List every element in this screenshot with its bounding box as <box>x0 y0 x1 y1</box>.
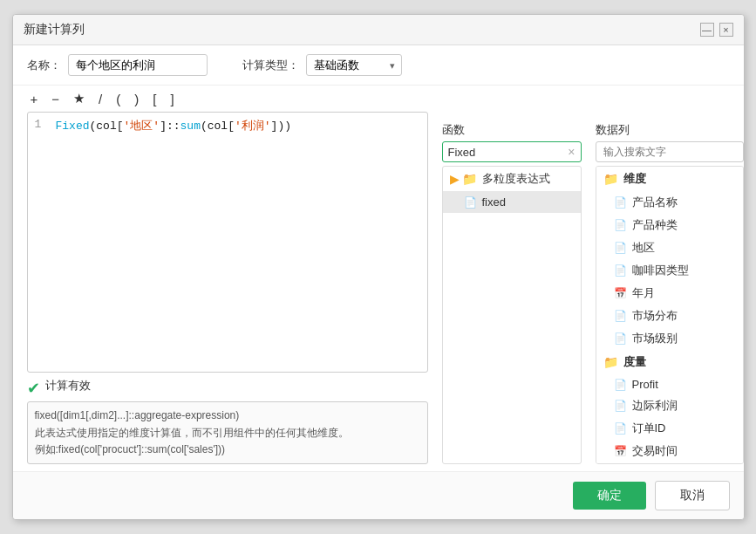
func-search-box[interactable]: Fixed × <box>442 141 582 162</box>
close-button[interactable]: × <box>719 23 733 37</box>
dimension-folder-icon: 📁 <box>603 172 618 186</box>
measure-label: 度量 <box>623 354 646 370</box>
data-item-label-5: 市场分布 <box>632 308 678 324</box>
formula-line-1: 1 Fixed(col['地区']::sum(col['利润'])) <box>35 118 420 134</box>
multiply-button[interactable]: ★ <box>70 91 88 106</box>
data-item-边际利润[interactable]: 📄 边际利润 <box>596 394 743 417</box>
func-folder-label: 多粒度表达式 <box>482 171 550 187</box>
minus-button[interactable]: − <box>48 92 63 106</box>
data-item-label-1: 产品种类 <box>632 217 678 233</box>
data-item-产品种类[interactable]: 📄 产品种类 <box>596 214 743 236</box>
data-item-市场级别[interactable]: 📄 市场级别 <box>596 327 743 350</box>
formula-code: Fixed(col['地区']::sum(col['利润'])) <box>56 118 291 134</box>
title-controls: — × <box>700 23 733 37</box>
data-item-咖啡因类型[interactable]: 📄 咖啡因类型 <box>596 259 743 282</box>
data-item-年月[interactable]: 📅 年月 <box>596 282 743 305</box>
data-item-交易时间[interactable]: 📅 交易时间 <box>596 440 743 462</box>
func-folder-多粒度表达式[interactable]: ▶ 📁 多粒度表达式 <box>443 167 581 191</box>
data-item-地区[interactable]: 📄 地区 <box>596 236 743 259</box>
hint-line-2: 此表达式使用指定的维度计算值，而不引用组件中的任何其他维度。 <box>35 425 420 442</box>
data-search-input[interactable] <box>596 141 744 162</box>
new-calc-column-dialog: 新建计算列 — × 名称： 计算类型： 基础函数 + − ★ / ( ) [ <box>12 14 745 520</box>
dialog-title: 新建计算列 <box>24 22 85 38</box>
func-item-fixed[interactable]: 📄 fixed <box>443 191 581 213</box>
data-item-label-0: 产品名称 <box>632 195 678 210</box>
paren-open-button[interactable]: ( <box>112 92 124 106</box>
hint-line-3: 例如:fixed(col['procuct']::sum(col['sales'… <box>35 442 420 458</box>
dim-icon-5: 📄 <box>614 310 627 322</box>
main-area: + − ★ / ( ) [ ] 1 Fixed(col['地区']::sum(c… <box>13 86 744 471</box>
formula-panel: + − ★ / ( ) [ ] 1 Fixed(col['地区']::sum(c… <box>27 86 428 464</box>
dimension-section-header: 📁 维度 <box>596 167 743 191</box>
data-item-profit[interactable]: 📄 Profit <box>596 374 743 394</box>
divide-button[interactable]: / <box>95 92 106 106</box>
func-search-text: Fixed <box>448 146 569 159</box>
calc-type-select[interactable]: 基础函数 <box>306 54 402 76</box>
hint-box: fixed([dim1[,dim2]...]::aggregate-expres… <box>27 401 428 464</box>
name-label: 名称： <box>27 58 61 73</box>
calc-type-label: 计算类型： <box>242 58 299 73</box>
folder-icon: ▶ 📁 <box>450 172 478 186</box>
data-item-label-6: 市场级别 <box>632 331 678 346</box>
data-item-label-4: 年月 <box>632 285 655 301</box>
data-item-mea-label-0: Profit <box>632 378 658 391</box>
dim-icon-3: 📄 <box>614 264 627 277</box>
dim-icon-2: 📄 <box>614 242 627 254</box>
name-row: 名称： 计算类型： 基础函数 <box>13 45 744 86</box>
mea-icon-2: 📄 <box>614 422 627 435</box>
calc-type-wrapper: 基础函数 <box>306 54 402 76</box>
dim-icon-1: 📄 <box>614 219 627 231</box>
data-item-订单ID[interactable]: 📄 订单ID <box>596 417 743 440</box>
data-panel-label: 数据列 <box>596 117 744 141</box>
confirm-button[interactable]: 确定 <box>573 482 646 510</box>
data-item-label-3: 咖啡因类型 <box>632 263 689 278</box>
bracket-close-button[interactable]: ] <box>167 92 177 106</box>
measure-folder-icon: 📁 <box>603 355 618 369</box>
data-list: 📁 维度 📄 产品名称 📄 产品种类 📄 地区 📄 咖啡因类型 <box>596 166 744 464</box>
name-input[interactable] <box>68 54 208 76</box>
data-panel: 数据列 📁 维度 📄 产品名称 📄 产品种类 📄 地区 <box>596 86 744 464</box>
func-clear-button[interactable]: × <box>568 145 575 159</box>
dim-icon-0: 📄 <box>614 196 627 209</box>
cancel-button[interactable]: 取消 <box>655 481 730 510</box>
func-panel: 函数 Fixed × ▶ 📁 多粒度表达式 📄 fixed <box>442 86 582 464</box>
data-item-mea-label-3: 交易时间 <box>632 443 678 459</box>
measure-section-header: 📁 度量 <box>596 350 743 374</box>
dimension-label: 维度 <box>623 171 646 187</box>
data-item-mea-label-2: 订单ID <box>632 421 666 436</box>
func-item-icon: 📄 <box>464 196 477 209</box>
footer: 确定 取消 <box>13 471 744 519</box>
data-item-mea-label-1: 边际利润 <box>632 398 678 414</box>
data-item-利润[interactable]: 📄 利润 <box>596 462 743 464</box>
bracket-open-button[interactable]: [ <box>149 92 160 106</box>
line-number: 1 <box>35 118 49 134</box>
hint-line-1: fixed([dim1[,dim2]...]::aggregate-expres… <box>35 407 420 424</box>
paren-close-button[interactable]: ) <box>131 92 142 106</box>
dim-icon-6: 📄 <box>614 332 627 345</box>
status-bar: ✔ 计算有效 <box>27 373 428 401</box>
func-panel-label: 函数 <box>442 117 582 141</box>
mea-icon-0: 📄 <box>614 379 627 391</box>
mea-icon-1: 📄 <box>614 400 627 412</box>
minimize-button[interactable]: — <box>700 23 714 37</box>
formula-toolbar: + − ★ / ( ) [ ] <box>27 86 428 112</box>
mea-icon-3: 📅 <box>614 445 627 457</box>
status-ok-icon: ✔ <box>27 379 40 398</box>
status-text: 计算有效 <box>45 378 91 394</box>
func-item-label: fixed <box>482 195 506 209</box>
data-item-label-2: 地区 <box>632 240 655 256</box>
func-list: ▶ 📁 多粒度表达式 📄 fixed <box>442 166 582 464</box>
dim-icon-4: 📅 <box>614 287 627 299</box>
plus-button[interactable]: + <box>27 92 42 106</box>
data-item-产品名称[interactable]: 📄 产品名称 <box>596 191 743 214</box>
data-item-市场分布[interactable]: 📄 市场分布 <box>596 305 743 327</box>
formula-editor[interactable]: 1 Fixed(col['地区']::sum(col['利润'])) <box>27 112 428 373</box>
title-bar: 新建计算列 — × <box>13 15 744 45</box>
